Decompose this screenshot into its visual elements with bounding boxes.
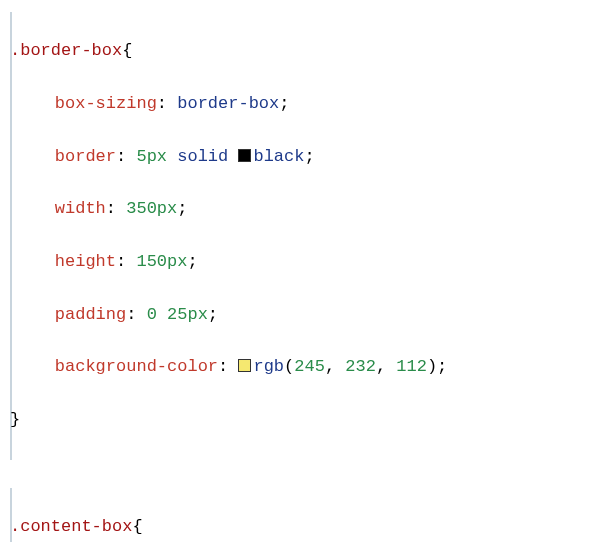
colon: :: [157, 94, 167, 113]
css-number: 112: [396, 357, 427, 376]
brace-close: }: [10, 410, 20, 429]
css-rule: .border-box{ box-sizing: border-box; bor…: [10, 12, 587, 460]
semicolon: ;: [177, 199, 187, 218]
css-property: background-color: [55, 357, 218, 376]
colon: :: [218, 357, 228, 376]
colon: :: [106, 199, 116, 218]
semicolon: ;: [187, 252, 197, 271]
color-swatch-icon: [238, 149, 251, 162]
brace-open: {: [132, 517, 142, 536]
css-property: border: [55, 147, 116, 166]
colon: :: [116, 252, 126, 271]
css-number: 150px: [136, 252, 187, 271]
css-number: 5px: [136, 147, 167, 166]
css-number: 245: [294, 357, 325, 376]
selector: .content-box: [10, 517, 132, 536]
selector: .border-box: [10, 41, 122, 60]
css-property: box-sizing: [55, 94, 157, 113]
comma: ,: [325, 357, 345, 376]
css-property: width: [55, 199, 106, 218]
css-value: solid: [177, 147, 228, 166]
semicolon: ;: [279, 94, 289, 113]
css-number: 232: [345, 357, 376, 376]
css-property: padding: [55, 305, 126, 324]
semicolon: ;: [437, 357, 447, 376]
css-func: rgb: [253, 357, 284, 376]
brace-open: {: [122, 41, 132, 60]
colon: :: [126, 305, 136, 324]
css-property: height: [55, 252, 116, 271]
comma: ,: [376, 357, 396, 376]
css-color: black: [253, 147, 304, 166]
paren-open: (: [284, 357, 294, 376]
semicolon: ;: [304, 147, 314, 166]
paren-close: ): [427, 357, 437, 376]
css-number: 25px: [167, 305, 208, 324]
css-rule: .content-box{ box-sizing: content-box; b…: [10, 488, 587, 542]
color-swatch-icon: [238, 359, 251, 372]
css-number: 0: [147, 305, 157, 324]
css-value: border-box: [177, 94, 279, 113]
css-number: 350px: [126, 199, 177, 218]
colon: :: [116, 147, 126, 166]
semicolon: ;: [208, 305, 218, 324]
